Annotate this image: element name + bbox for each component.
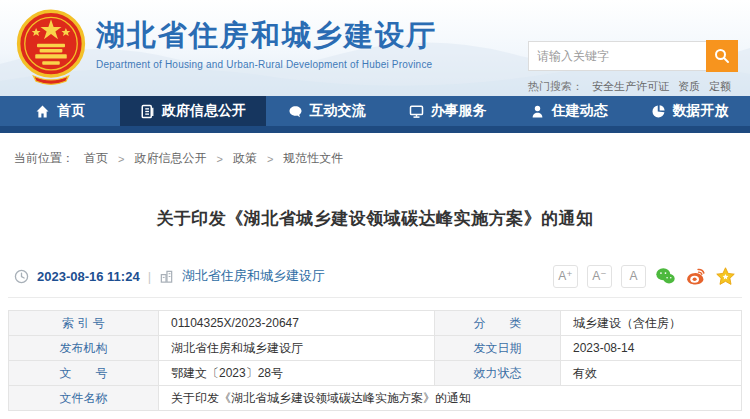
hot-search-label: 热门搜索： — [528, 79, 583, 94]
nav-item-label: 住建动态 — [552, 102, 608, 120]
clock-icon — [14, 269, 29, 284]
table-row: 文件名称 关于印发《湖北省城乡建设领域碳达峰实施方案》的通知 — [9, 386, 742, 411]
table-row: 文 号 鄂建文〔2023〕28号 效力状态 有效 — [9, 361, 742, 386]
document-icon — [140, 104, 155, 119]
search-input[interactable] — [528, 41, 706, 71]
breadcrumb-item-normative-docs[interactable]: 规范性文件 — [283, 150, 343, 167]
wechat-share-icon[interactable] — [655, 266, 676, 287]
category-label: 分 类 — [435, 311, 561, 336]
breadcrumb-separator: > — [216, 153, 222, 165]
doc-name-label: 文件名称 — [9, 386, 159, 411]
publish-date-label: 发文日期 — [435, 336, 561, 361]
table-row: 索 引 号 01104325X/2023-20647 分 类 城乡建设（含住房） — [9, 311, 742, 336]
national-emblem — [16, 8, 86, 88]
favorite-star-icon[interactable] — [715, 266, 736, 287]
hot-search-link[interactable]: 安全生产许可证 — [592, 79, 669, 94]
publish-datetime: 2023-08-16 11:24 — [37, 269, 140, 284]
font-size-increase-button[interactable]: A⁺ — [553, 265, 578, 288]
doc-number-value: 鄂建文〔2023〕28号 — [159, 361, 435, 386]
validity-status-value: 有效 — [561, 361, 742, 386]
publisher-label: 发布机构 — [9, 336, 159, 361]
nav-item-label: 政府信息公开 — [162, 102, 246, 120]
pie-chart-icon — [651, 104, 666, 119]
site-title: 湖北省住房和城乡建设厅 — [96, 20, 437, 52]
nav-item-label: 首页 — [57, 102, 85, 120]
chat-icon — [288, 104, 303, 119]
person-icon — [530, 104, 545, 119]
article-title: 关于印发《湖北省城乡建设领域碳达峰实施方案》的通知 — [0, 207, 750, 230]
search-button[interactable] — [706, 40, 738, 72]
main-nav: 首页 政府信息公开 互动交流 办事服务 住建动态 — [0, 96, 750, 126]
publisher-value: 湖北省住房和城乡建设厅 — [159, 336, 435, 361]
hot-search-link[interactable]: 定额 — [709, 79, 731, 94]
breadcrumb-item-policy[interactable]: 政策 — [233, 150, 257, 167]
nav-bottom-strip — [0, 126, 750, 133]
breadcrumb-label: 当前位置： — [14, 150, 74, 167]
font-size-decrease-button[interactable]: A⁻ — [587, 265, 612, 288]
breadcrumb-item-gov-info[interactable]: 政府信息公开 — [134, 150, 206, 167]
doc-number-label: 文 号 — [9, 361, 159, 386]
hot-search-link[interactable]: 资质 — [678, 79, 700, 94]
nav-item-gov-info[interactable]: 政府信息公开 — [120, 96, 266, 126]
info-separator: | — [148, 269, 151, 284]
monitor-icon — [409, 104, 424, 119]
breadcrumb-separator: > — [118, 153, 124, 165]
breadcrumb: 当前位置： 首页 > 政府信息公开 > 政策 > 规范性文件 — [14, 150, 750, 167]
search-icon — [714, 48, 730, 64]
building-icon — [159, 269, 174, 284]
nav-item-label: 办事服务 — [431, 102, 487, 120]
nav-item-label: 数据开放 — [673, 102, 729, 120]
nav-item-services[interactable]: 办事服务 — [387, 96, 508, 126]
index-number-value: 01104325X/2023-20647 — [159, 311, 435, 336]
weibo-share-icon[interactable] — [685, 266, 706, 287]
site-subtitle: Department of Housing and Urban-Rural De… — [96, 59, 437, 70]
doc-name-value: 关于印发《湖北省城乡建设领域碳达峰实施方案》的通知 — [159, 386, 742, 411]
category-value: 城乡建设（含住房） — [561, 311, 742, 336]
article-info-row: 2023-08-16 11:24 | 湖北省住房和城乡建设厅 A⁺ A⁻ A — [14, 264, 736, 288]
info-divider — [8, 297, 742, 298]
nav-item-open-data[interactable]: 数据开放 — [629, 96, 750, 126]
publish-date-value: 2023-08-14 — [561, 336, 742, 361]
nav-item-news[interactable]: 住建动态 — [508, 96, 629, 126]
doc-info-table: 索 引 号 01104325X/2023-20647 分 类 城乡建设（含住房）… — [8, 310, 742, 411]
font-size-reset-button[interactable]: A — [621, 265, 646, 288]
site-header: 湖北省住房和城乡建设厅 Department of Housing and Ur… — [0, 0, 750, 96]
validity-status-label: 效力状态 — [435, 361, 561, 386]
home-icon — [35, 104, 50, 119]
article-source: 湖北省住房和城乡建设厅 — [182, 267, 325, 285]
nav-item-label: 互动交流 — [310, 102, 366, 120]
breadcrumb-separator: > — [267, 153, 273, 165]
nav-item-interaction[interactable]: 互动交流 — [266, 96, 387, 126]
index-number-label: 索 引 号 — [9, 311, 159, 336]
nav-item-home[interactable]: 首页 — [0, 96, 120, 126]
breadcrumb-item-home[interactable]: 首页 — [84, 150, 108, 167]
table-row: 发布机构 湖北省住房和城乡建设厅 发文日期 2023-08-14 — [9, 336, 742, 361]
search-area: 热门搜索： 安全生产许可证 资质 定额 — [528, 40, 740, 94]
